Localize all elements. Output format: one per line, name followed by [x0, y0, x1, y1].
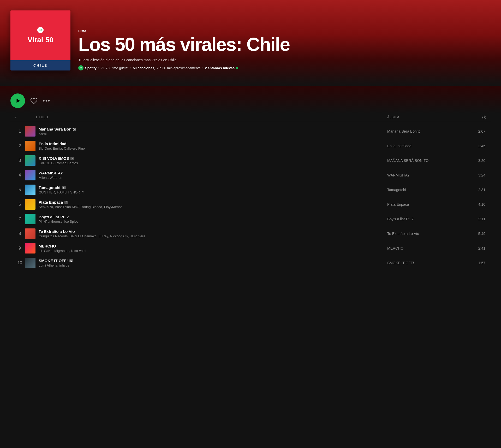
track-thumbnail — [25, 228, 35, 239]
track-album: Plata Enpaca — [387, 202, 466, 207]
track-info: WARMISITAY Milena Warthon — [35, 171, 387, 180]
track-duration: 2:07 — [466, 129, 486, 133]
track-info: X SI VOLVEMOS E KAROL G, Romeo Santos — [35, 156, 387, 165]
track-number: 9 — [15, 246, 25, 251]
playlist-details: Lista Los 50 más virales: Chile Tu actua… — [78, 29, 491, 70]
album-art: Viral 50 CHILE — [10, 10, 70, 70]
track-name: Plata Enpaca E — [39, 200, 387, 204]
track-list: # Título Álbum 1 Mañana Sera Bonito Karo… — [0, 113, 501, 270]
track-number: 7 — [15, 217, 25, 221]
track-thumbnail — [25, 141, 35, 151]
col-number-header: # — [15, 115, 25, 120]
track-row[interactable]: 9 MERCHO LiL CaKe, Migrantes, Nico Valdi… — [10, 241, 491, 256]
track-album: Tamagotchi — [387, 188, 466, 192]
track-row[interactable]: 1 Mañana Sera Bonito Karol Mañana Sera B… — [10, 124, 491, 139]
more-dots: ••• — [43, 97, 50, 104]
track-row[interactable]: 10 SMOKE IT OFF! E Lumi Athena, jnhygs S… — [10, 256, 491, 270]
meta-songs: 50 canciones, — [133, 66, 155, 70]
track-name: Boy's a liar Pt. 2 — [39, 215, 387, 219]
track-number: 8 — [15, 231, 25, 236]
explicit-badge: E — [62, 186, 65, 189]
track-album: MAÑANA SERÁ BONITO — [387, 158, 466, 163]
track-info: SMOKE IT OFF! E Lumi Athena, jnhygs — [35, 258, 387, 267]
track-thumbnail — [25, 258, 35, 268]
explicit-badge: E — [64, 201, 68, 204]
track-duration: 4:10 — [466, 202, 486, 207]
track-number: 5 — [15, 187, 25, 192]
track-row[interactable]: 8 Te Extraño a Lo Vio Gringuitos Records… — [10, 226, 491, 241]
spotify-logo — [78, 65, 84, 70]
track-name: SMOKE IT OFF! E — [39, 258, 387, 263]
track-row[interactable]: 3 X SI VOLVEMOS E KAROL G, Romeo Santos … — [10, 153, 491, 168]
tracks-container: 1 Mañana Sera Bonito Karol Mañana Sera B… — [10, 124, 491, 270]
track-album: Te Extraño a Lo Vio — [387, 232, 466, 236]
track-name: Mañana Sera Bonito — [39, 127, 387, 131]
track-name: Tamagotchi E — [39, 185, 387, 190]
play-button[interactable] — [10, 93, 25, 108]
track-row[interactable]: 5 Tamagotchi E GUNTTER, HAMLIT SHORTY Ta… — [10, 182, 491, 197]
track-album: En la Intimidad — [387, 144, 466, 148]
track-number: 2 — [15, 144, 25, 148]
track-info: Te Extraño a Lo Vio Gringuitos Records, … — [35, 229, 387, 238]
track-number: 6 — [15, 202, 25, 207]
col-album-header: Álbum — [387, 115, 466, 120]
track-row[interactable]: 2 En la Intimidad Big One, Emilia, Calle… — [10, 139, 491, 153]
album-art-title: Viral 50 — [27, 36, 53, 44]
track-row[interactable]: 6 Plata Enpaca E Sebv 970, BassThian Kin… — [10, 197, 491, 212]
track-thumbnail — [25, 243, 35, 254]
track-thumbnail — [25, 185, 35, 195]
track-duration: 3:24 — [466, 173, 486, 177]
track-name: Te Extraño a Lo Vio — [39, 229, 387, 234]
track-artist: PinkPantheress, Ice Spice — [39, 220, 387, 223]
track-duration: 5:49 — [466, 232, 486, 236]
track-artist: Big One, Emilia, Callejero Fino — [39, 146, 387, 150]
track-number: 1 — [15, 129, 25, 134]
track-name: MERCHO — [39, 244, 387, 248]
header-section: Viral 50 CHILE Lista Los 50 más virales:… — [0, 0, 501, 86]
explicit-badge: E — [69, 259, 73, 262]
track-info: Boy's a liar Pt. 2 PinkPantheress, Ice S… — [35, 215, 387, 223]
track-artist: Milena Warthon — [39, 176, 387, 180]
track-thumbnail — [25, 199, 35, 210]
meta-author: Spotify — [85, 66, 97, 70]
track-artist: Sebv 970, BassThian KinG, Young Blopaa, … — [39, 205, 387, 209]
track-info: MERCHO LiL CaKe, Migrantes, Nico Valdi — [35, 244, 387, 253]
track-row[interactable]: 4 WARMISITAY Milena Warthon WARMISITAY 3… — [10, 168, 491, 182]
track-thumbnail — [25, 126, 35, 137]
meta-new-entries: 2 entradas nuevas — [205, 66, 234, 70]
track-thumbnail — [25, 155, 35, 166]
track-artist: GUNTTER, HAMLIT SHORTY — [39, 190, 387, 194]
track-duration: 3:20 — [466, 158, 486, 163]
album-art-top: Viral 50 — [10, 10, 70, 60]
track-album: SMOKE IT OFF! — [387, 261, 466, 265]
track-list-header: # Título Álbum — [10, 113, 491, 122]
track-name: X SI VOLVEMOS E — [39, 156, 387, 161]
playlist-meta: Spotify • 71.758 "me gusta" • 50 cancion… — [78, 65, 491, 70]
track-duration: 2:31 — [466, 188, 486, 192]
track-duration: 2:41 — [466, 246, 486, 250]
track-row[interactable]: 7 Boy's a liar Pt. 2 PinkPantheress, Ice… — [10, 212, 491, 226]
track-album: WARMISITAY — [387, 173, 466, 177]
track-artist: KAROL G, Romeo Santos — [39, 161, 387, 165]
track-name: WARMISITAY — [39, 171, 387, 175]
track-thumbnail — [25, 214, 35, 224]
new-entries-badge — [236, 67, 238, 69]
track-album: Boy's a liar Pt. 2 — [387, 217, 466, 221]
controls-bar: ••• — [0, 86, 501, 113]
more-options-button[interactable]: ••• — [43, 97, 50, 104]
track-artist: Lumi Athena, jnhygs — [39, 263, 387, 267]
track-album: Mañana Sera Bonito — [387, 129, 466, 133]
track-number: 4 — [15, 173, 25, 178]
svg-marker-1 — [16, 99, 20, 103]
track-info: En la Intimidad Big One, Emilia, Calleje… — [35, 142, 387, 150]
col-duration-header — [466, 115, 486, 120]
track-thumbnail — [25, 170, 35, 180]
explicit-badge: E — [70, 157, 74, 160]
track-duration: 2:45 — [466, 144, 486, 148]
track-duration: 2:11 — [466, 217, 486, 221]
track-duration: 1:57 — [466, 261, 486, 265]
playlist-title: Los 50 más virales: Chile — [78, 35, 491, 54]
album-art-bottom: CHILE — [10, 60, 70, 70]
playlist-type: Lista — [78, 29, 491, 33]
like-button[interactable] — [30, 97, 38, 104]
